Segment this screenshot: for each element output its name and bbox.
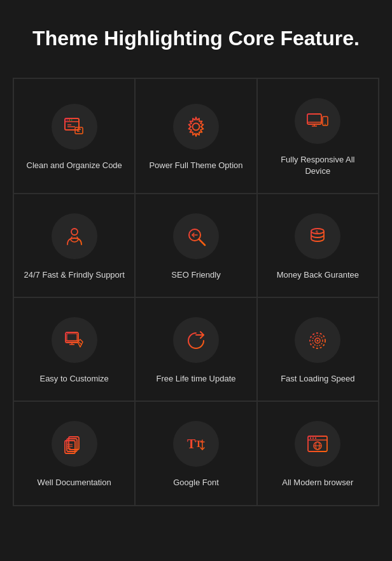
icon-customize-circle <box>52 317 97 363</box>
feature-font: T T Google Font <box>135 401 256 505</box>
feature-update-label: Free Life time Update <box>156 373 235 385</box>
svg-point-10 <box>192 123 199 130</box>
feature-support-label: 24/7 Fast & Frindly Support <box>24 269 125 281</box>
feature-customize: Easy to Customize <box>13 297 135 401</box>
feature-customize-label: Easy to Customize <box>39 373 108 385</box>
svg-point-48 <box>315 437 316 439</box>
svg-point-3 <box>69 119 70 120</box>
svg-point-4 <box>71 119 72 120</box>
seo-icon <box>184 224 208 248</box>
feature-clean-code: Clean and Organize Code <box>13 78 135 194</box>
code-icon <box>62 115 87 139</box>
feature-responsive: Fully Responsive All Device <box>257 78 379 194</box>
speed-icon <box>305 328 330 352</box>
feature-money-back: $ Money Back Gurantee <box>257 194 379 297</box>
feature-responsive-label: Fully Responsive All Device <box>267 154 368 177</box>
font-icon: T T <box>184 432 208 456</box>
svg-line-28 <box>79 342 81 344</box>
icon-speed-circle <box>295 317 340 363</box>
icon-update-circle <box>173 317 219 363</box>
update-icon <box>184 328 208 352</box>
feature-speed-label: Fast Loading Speed <box>281 373 354 385</box>
feature-seo: SEO Friendly <box>135 194 256 297</box>
icon-responsive-circle <box>295 98 340 144</box>
svg-point-17 <box>71 229 78 235</box>
customize-icon <box>62 328 87 352</box>
feature-theme-option-label: Power Full Theme Option <box>149 160 242 171</box>
feature-money-back-label: Money Back Gurantee <box>277 269 359 281</box>
icon-seo-circle <box>173 213 219 259</box>
page-container: Theme Highlighting Core Feature. <box>0 0 392 525</box>
svg-point-46 <box>310 437 311 439</box>
icon-docs-circle <box>52 421 97 467</box>
support-icon <box>62 224 87 248</box>
feature-clean-code-label: Clean and Organize Code <box>27 160 122 171</box>
svg-point-33 <box>317 340 319 342</box>
svg-point-47 <box>312 437 314 439</box>
responsive-icon <box>305 109 330 133</box>
page-title: Theme Highlighting Core Feature. <box>13 25 379 52</box>
feature-speed: Fast Loading Speed <box>257 297 379 401</box>
svg-point-16 <box>325 124 326 125</box>
feature-documentation-label: Well Documentation <box>38 477 111 488</box>
feature-documentation: Well Documentation <box>13 401 135 505</box>
svg-line-19 <box>199 239 205 245</box>
features-grid: Clean and Organize Code Power Full Theme… <box>13 78 379 506</box>
icon-support-circle <box>52 213 97 259</box>
icon-browser-circle <box>295 421 340 467</box>
icon-font-circle: T T <box>173 421 219 467</box>
feature-theme-option: Power Full Theme Option <box>135 78 256 194</box>
icon-money-back-circle: $ <box>295 213 340 259</box>
money-icon: $ <box>305 224 330 248</box>
svg-point-2 <box>66 119 67 120</box>
svg-text:T: T <box>187 437 196 451</box>
icon-clean-code-circle <box>52 104 97 150</box>
icon-theme-option-circle <box>173 104 219 150</box>
browser-icon <box>305 432 330 456</box>
feature-browser-label: All Modern browser <box>282 477 353 488</box>
feature-support: 24/7 Fast & Frindly Support <box>13 194 135 297</box>
svg-text:$: $ <box>316 230 318 235</box>
gear-icon <box>184 115 208 139</box>
feature-seo-label: SEO Friendly <box>171 269 220 281</box>
svg-rect-24 <box>67 334 77 341</box>
feature-update: Free Life time Update <box>135 297 256 401</box>
feature-font-label: Google Font <box>173 477 219 488</box>
feature-browser: All Modern browser <box>257 401 379 505</box>
docs-icon <box>62 432 87 456</box>
